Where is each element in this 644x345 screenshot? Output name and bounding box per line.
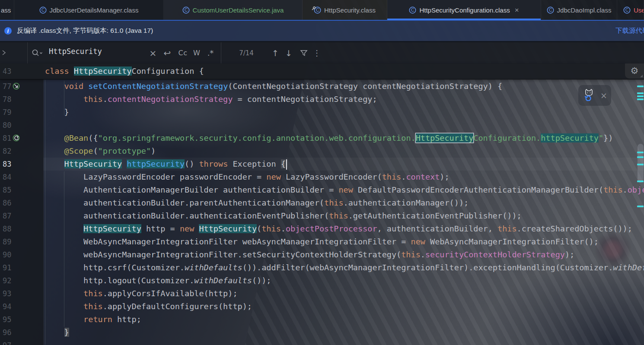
class-icon: C xyxy=(623,6,631,14)
line-number: 85 xyxy=(3,184,11,196)
search-match-marker xyxy=(637,98,644,100)
line-number: 97 xyxy=(3,339,11,345)
code-line: 85 AuthenticationManagerBuilder authenti… xyxy=(0,184,644,196)
tab-httpsecurity[interactable]: C HttpSecurity.class xyxy=(303,0,387,20)
tab-httpsecurityconfiguration-active[interactable]: C HttpSecurityConfiguration.class × xyxy=(387,0,541,20)
code-text: this.applyDefaultConfigurers(http); xyxy=(45,300,252,313)
code-line: 77 void setContentNegotiationStrategy(Co… xyxy=(0,80,644,93)
code-text: LazyPasswordEncoder passwordEncoder = ne… xyxy=(45,171,450,184)
code-text: return http; xyxy=(45,313,141,326)
code-line: 43class HttpSecurityConfiguration { xyxy=(0,63,644,76)
regex-toggle[interactable]: .* xyxy=(203,42,218,63)
more-options-icon[interactable]: ⋮ xyxy=(311,42,322,63)
assistant-icon[interactable] xyxy=(582,88,595,103)
editor-settings-panel: ⚙ xyxy=(625,63,644,79)
line-number: 79 xyxy=(3,106,11,119)
tab-label: HttpSecurity.class xyxy=(324,6,376,14)
close-icon[interactable]: × xyxy=(515,6,519,14)
floating-widget: × xyxy=(578,85,611,106)
code-text: } xyxy=(45,326,69,339)
class-icon: C xyxy=(39,6,47,14)
code-text: } xyxy=(45,106,69,119)
download-sources-link[interactable]: 下载源代码 xyxy=(615,26,644,35)
svg-text:C: C xyxy=(411,8,414,13)
corner-widget xyxy=(640,75,643,77)
override-icon[interactable] xyxy=(13,82,20,92)
line-number: 91 xyxy=(3,261,11,274)
code-text: HttpSecurity httpSecurity() throws Excep… xyxy=(45,158,287,171)
tab-label: JdbcDaoImpl.class xyxy=(557,6,612,14)
code-line: 91 http.csrf(Customizer.withDefaults()).… xyxy=(0,261,644,274)
line-number: 80 xyxy=(3,119,11,132)
line-number: 43 xyxy=(3,63,11,79)
code-text: this.applyCorsIfAvailable(http); xyxy=(45,287,238,300)
line-number: 95 xyxy=(3,313,11,326)
tab-jdbcuserdetailsmanager[interactable]: C JdbcUserDetailsManager.class xyxy=(14,0,164,20)
code-line: 82 @Scope("prototype") xyxy=(0,145,644,158)
info-icon: i xyxy=(4,27,12,35)
svg-text:C: C xyxy=(316,8,319,13)
line-number: 94 xyxy=(3,300,11,313)
widget-close-icon[interactable]: × xyxy=(600,91,607,100)
pin-icon xyxy=(312,4,316,12)
line-number: 88 xyxy=(3,222,11,235)
tab-label: HttpSecurityConfiguration.class xyxy=(419,6,510,14)
tab-customuserdetailsservice[interactable]: C CustomUserDetailsService.java xyxy=(164,0,303,20)
editor-tab-bar: ass C JdbcUserDetailsManager.class C Cus… xyxy=(0,0,644,21)
collapse-chevron-icon[interactable] xyxy=(1,49,7,58)
search-input[interactable]: HttpSecurity xyxy=(49,47,102,56)
decompiler-banner: i 反编译 .class文件, 字节码版本: 61.0 (Java 17) 下载… xyxy=(0,21,644,42)
code-line: 78 this.contentNegotiationStrategy = con… xyxy=(0,93,644,106)
match-count: 7/14 xyxy=(236,42,257,63)
tab-jdbcdaoimpl[interactable]: C JdbcDaoImpl.class xyxy=(541,0,617,20)
tab-partial[interactable]: ass xyxy=(0,0,14,20)
filter-icon[interactable] xyxy=(297,42,310,63)
gear-icon[interactable]: ⚙ xyxy=(631,66,639,76)
class-icon-pinned: C xyxy=(314,6,321,14)
code-line: 81 @Bean({"org.springframework.security.… xyxy=(0,132,644,145)
previous-match-icon[interactable]: ↑ xyxy=(269,42,282,63)
tab-label: CustomUserDetailsService.java xyxy=(193,6,284,14)
code-text: class HttpSecurityConfiguration { xyxy=(45,63,204,79)
code-line: 89 WebAsyncManagerIntegrationFilter webA… xyxy=(0,235,644,248)
code-text: @Scope("prototype") xyxy=(45,145,156,158)
clear-search-icon[interactable]: × xyxy=(147,42,159,63)
tab-label: Use xyxy=(634,6,644,14)
code-text: authenticationBuilder.parentAuthenticati… xyxy=(45,196,469,209)
scrollbar-thumb[interactable] xyxy=(638,144,644,183)
code-line: 92 http.logout(Customizer.withDefaults()… xyxy=(0,274,644,287)
search-match-marker xyxy=(637,152,644,153)
line-number: 90 xyxy=(3,248,11,261)
code-line: 97 xyxy=(0,339,644,345)
line-number: 83 xyxy=(3,158,11,171)
line-number: 84 xyxy=(3,171,11,184)
search-icon[interactable] xyxy=(32,49,44,58)
banner-message: 反编译 .class文件, 字节码版本: 61.0 (Java 17) xyxy=(17,26,153,35)
scrollbar[interactable] xyxy=(637,63,644,345)
sticky-line: 43class HttpSecurityConfiguration { xyxy=(0,63,644,79)
search-match-marker xyxy=(637,180,644,182)
code-line: 80 xyxy=(0,119,644,132)
next-match-icon[interactable]: ↓ xyxy=(282,42,295,63)
code-text: http.logout(Customizer.withDefaults()); xyxy=(45,274,271,287)
tab-use-clipped[interactable]: C Use xyxy=(617,0,644,20)
svg-text:C: C xyxy=(184,8,187,13)
class-icon: C xyxy=(182,6,190,14)
code-area[interactable]: 77 void setContentNegotiationStrategy(Co… xyxy=(0,80,644,345)
line-number: 87 xyxy=(3,209,11,222)
code-text: void setContentNegotiationStrategy(Conte… xyxy=(45,80,502,93)
newline-icon[interactable]: ↩ xyxy=(161,42,174,63)
match-case-toggle[interactable]: Cc xyxy=(175,42,190,63)
find-bar: HttpSecurity × ↩ Cc W .* 7/14 ↑ ↓ ⋮ xyxy=(0,42,644,64)
line-number: 93 xyxy=(3,287,11,300)
class-icon: C xyxy=(409,6,416,14)
search-match-marker xyxy=(637,95,644,97)
tab-label: ass xyxy=(1,6,11,14)
words-toggle[interactable]: W xyxy=(190,42,203,63)
tab-label: JdbcUserDetailsManager.class xyxy=(50,6,139,14)
svg-text:C: C xyxy=(548,8,552,13)
overridden-icon[interactable] xyxy=(13,134,20,143)
code-line: 94 this.applyDefaultConfigurers(http); xyxy=(0,300,644,313)
code-line: 87 authenticationBuilder.authenticationE… xyxy=(0,209,644,222)
svg-text:C: C xyxy=(41,8,44,13)
